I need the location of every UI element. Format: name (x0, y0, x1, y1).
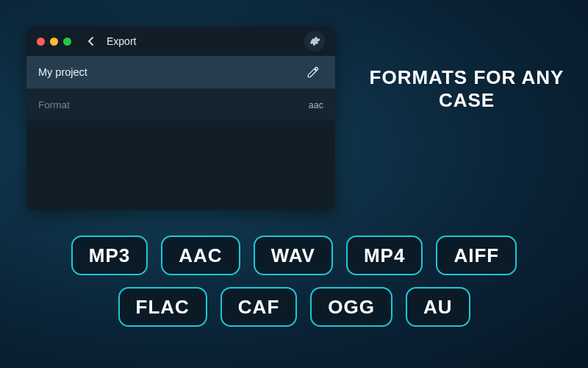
project-name-row[interactable]: My project (26, 56, 335, 88)
promo-tagline: FORMATS FOR ANY CASE (364, 66, 570, 112)
format-chip-au[interactable]: AU (406, 287, 470, 327)
window-title: Export (107, 35, 136, 47)
format-value: aac (309, 100, 323, 110)
format-chip-aac[interactable]: AAC (161, 236, 240, 275)
format-chip-caf[interactable]: CAF (220, 287, 297, 327)
window-controls (37, 38, 71, 46)
format-row[interactable]: Format aac (26, 88, 335, 121)
gear-icon (309, 35, 320, 47)
format-chip-mp3[interactable]: MP3 (71, 236, 148, 275)
edit-project-name-button[interactable] (303, 62, 323, 82)
format-chip-aiff[interactable]: AIFF (436, 236, 517, 275)
format-chip-grid: MP3 AAC WAV MP4 AIFF FLAC CAF OGG AU (0, 236, 588, 327)
format-label: Format (38, 99, 70, 110)
titlebar: Export (26, 26, 335, 56)
project-name-label: My project (38, 66, 87, 78)
format-chip-ogg[interactable]: OGG (310, 287, 392, 327)
chevron-left-icon (87, 36, 95, 46)
close-window-icon[interactable] (37, 38, 45, 46)
format-chip-flac[interactable]: FLAC (118, 287, 207, 327)
back-button[interactable] (83, 33, 99, 49)
pencil-icon (306, 66, 320, 79)
format-chip-wav[interactable]: WAV (254, 236, 333, 275)
export-window: Export My project Format aac (26, 26, 335, 210)
format-chip-mp4[interactable]: MP4 (346, 236, 423, 275)
minimize-window-icon[interactable] (50, 38, 58, 46)
maximize-window-icon[interactable] (63, 38, 71, 46)
format-chip-row-2: FLAC CAF OGG AU (118, 287, 470, 327)
settings-button[interactable] (304, 31, 325, 52)
format-chip-row-1: MP3 AAC WAV MP4 AIFF (71, 236, 517, 275)
